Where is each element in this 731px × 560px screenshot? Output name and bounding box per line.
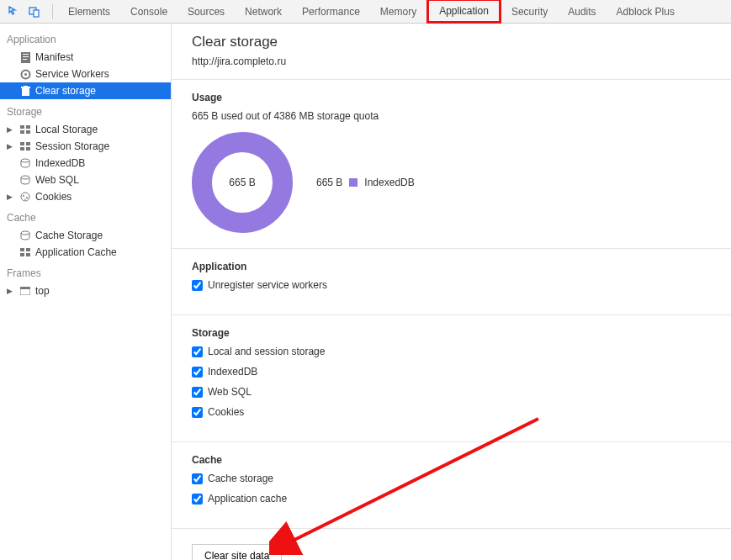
sidebar-item-label: Cookies xyxy=(35,191,72,203)
tab-adblock-plus[interactable]: Adblock Plus xyxy=(607,0,685,23)
check-local-session[interactable]: Local and session storage xyxy=(192,346,731,357)
svg-point-20 xyxy=(21,176,29,179)
database-icon xyxy=(19,174,32,186)
sidebar: Application Manifest Service Workers Cle… xyxy=(0,24,172,560)
checkbox[interactable] xyxy=(192,367,203,378)
checkbox[interactable] xyxy=(192,494,203,505)
sidebar-item-label: Local Storage xyxy=(35,124,98,135)
grid-icon xyxy=(19,124,32,135)
sidebar-item-cache-storage[interactable]: Cache Storage xyxy=(0,227,171,244)
svg-point-23 xyxy=(26,197,28,198)
check-label: Cookies xyxy=(208,406,244,418)
svg-point-24 xyxy=(24,198,26,200)
checkbox[interactable] xyxy=(192,407,203,418)
tab-sources[interactable]: Sources xyxy=(177,0,235,23)
check-application-cache[interactable]: Application cache xyxy=(192,493,731,505)
svg-rect-9 xyxy=(21,87,30,88)
grid-icon xyxy=(19,140,32,152)
sidebar-item-manifest[interactable]: Manifest xyxy=(0,49,171,66)
usage-heading: Usage xyxy=(192,92,731,103)
svg-rect-18 xyxy=(26,147,30,151)
check-indexeddb[interactable]: IndexedDB xyxy=(192,366,731,378)
tab-application[interactable]: Application xyxy=(426,0,501,24)
trash-icon xyxy=(19,85,32,97)
sidebar-group-application: Application xyxy=(0,27,171,49)
check-label: Unregister service workers xyxy=(208,279,327,291)
sidebar-item-local-storage[interactable]: ▶ Local Storage xyxy=(0,121,171,138)
checkbox[interactable] xyxy=(192,346,203,357)
clear-site-data-button[interactable]: Clear site data xyxy=(192,544,282,560)
devtools-tabbar: Elements Console Sources Network Perform… xyxy=(0,0,731,24)
svg-rect-2 xyxy=(21,52,30,63)
check-cache-storage[interactable]: Cache storage xyxy=(192,473,731,484)
storage-section: Storage Local and session storage Indexe… xyxy=(192,315,731,441)
usage-donut-chart: 665 B xyxy=(192,132,293,233)
sidebar-item-label: Service Workers xyxy=(35,68,109,80)
chevron-right-icon: ▶ xyxy=(7,193,15,201)
sidebar-group-frames: Frames xyxy=(0,261,171,283)
check-label: Local and session storage xyxy=(208,346,325,357)
grid-icon xyxy=(19,246,32,258)
sidebar-item-label: Web SQL xyxy=(35,174,79,186)
tab-network[interactable]: Network xyxy=(235,0,292,23)
usage-text: 665 B used out of 4386 MB storage quota xyxy=(192,110,731,122)
separator xyxy=(52,4,53,19)
usage-section: Usage 665 B used out of 4386 MB storage … xyxy=(192,80,731,248)
sidebar-item-indexeddb[interactable]: IndexedDB xyxy=(0,155,171,172)
checkbox[interactable] xyxy=(192,387,203,398)
check-web-sql[interactable]: Web SQL xyxy=(192,386,731,398)
svg-rect-15 xyxy=(20,142,24,145)
check-label: Application cache xyxy=(208,493,287,505)
svg-rect-3 xyxy=(23,54,29,55)
sidebar-item-service-workers[interactable]: Service Workers xyxy=(0,66,171,82)
check-label: IndexedDB xyxy=(208,366,257,378)
main-panel: Clear storage http://jira.completo.ru Us… xyxy=(172,24,731,560)
check-cookies[interactable]: Cookies xyxy=(192,406,731,418)
svg-rect-14 xyxy=(26,130,30,134)
svg-rect-12 xyxy=(26,125,30,129)
sidebar-item-cookies[interactable]: ▶ Cookies xyxy=(0,188,171,205)
sidebar-group-storage: Storage xyxy=(0,99,171,121)
cache-section: Cache Cache storage Application cache xyxy=(192,442,731,528)
checkbox[interactable] xyxy=(192,280,203,291)
checkbox[interactable] xyxy=(192,473,203,484)
sidebar-item-label: Cache Storage xyxy=(35,230,103,241)
database-icon xyxy=(19,157,32,169)
svg-rect-27 xyxy=(26,248,30,251)
inspect-icon[interactable] xyxy=(7,4,22,19)
svg-rect-8 xyxy=(22,88,29,96)
check-label: Cache storage xyxy=(208,473,273,484)
tab-performance[interactable]: Performance xyxy=(292,0,370,23)
svg-point-25 xyxy=(21,231,29,235)
panel-tabs: Elements Console Sources Network Perform… xyxy=(58,0,685,23)
panel-title: Clear storage xyxy=(192,34,731,50)
sidebar-item-application-cache[interactable]: Application Cache xyxy=(0,244,171,261)
svg-rect-13 xyxy=(20,130,24,134)
storage-heading: Storage xyxy=(192,327,731,339)
svg-rect-17 xyxy=(20,147,24,151)
chevron-right-icon: ▶ xyxy=(7,142,15,151)
svg-rect-31 xyxy=(20,287,30,289)
svg-rect-16 xyxy=(26,142,30,145)
tab-memory[interactable]: Memory xyxy=(370,0,426,23)
svg-rect-10 xyxy=(24,86,28,87)
device-toggle-icon[interactable] xyxy=(27,4,42,19)
sidebar-item-top-frame[interactable]: ▶ top xyxy=(0,283,171,299)
tab-audits[interactable]: Audits xyxy=(558,0,606,23)
sidebar-item-clear-storage[interactable]: Clear storage xyxy=(0,82,171,99)
check-unregister-sw[interactable]: Unregister service workers xyxy=(192,279,731,291)
svg-point-7 xyxy=(24,73,27,76)
gear-icon xyxy=(19,68,32,80)
svg-point-22 xyxy=(23,195,24,197)
tab-console[interactable]: Console xyxy=(120,0,177,23)
sidebar-item-session-storage[interactable]: ▶ Session Storage xyxy=(0,138,171,155)
tab-elements[interactable]: Elements xyxy=(58,0,120,23)
svg-rect-11 xyxy=(20,125,24,129)
tab-security[interactable]: Security xyxy=(501,0,558,23)
sidebar-item-web-sql[interactable]: Web SQL xyxy=(0,172,171,188)
svg-rect-29 xyxy=(26,253,30,256)
frame-icon xyxy=(19,285,32,297)
database-icon xyxy=(19,230,32,241)
legend-swatch xyxy=(349,178,358,187)
cookie-icon xyxy=(19,191,32,203)
